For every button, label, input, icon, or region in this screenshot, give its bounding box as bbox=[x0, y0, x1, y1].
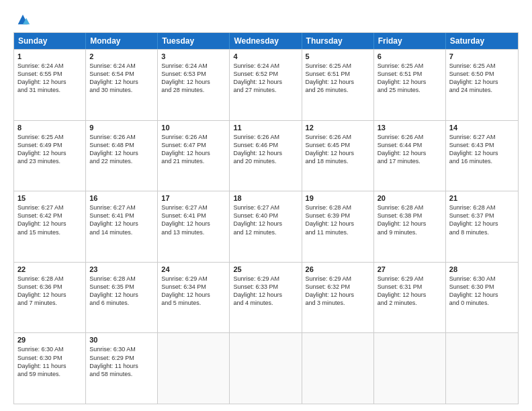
header-cell-monday: Monday bbox=[86, 33, 158, 49]
day-number: 2 bbox=[89, 52, 154, 60]
cal-day-23: 23Sunrise: 6:28 AM Sunset: 6:35 PM Dayli… bbox=[86, 263, 158, 333]
day-info: Sunrise: 6:28 AM Sunset: 6:37 PM Dayligh… bbox=[449, 203, 515, 236]
day-number: 16 bbox=[89, 194, 154, 202]
day-number: 29 bbox=[17, 336, 82, 344]
cal-day-7: 7Sunrise: 6:25 AM Sunset: 6:50 PM Daylig… bbox=[446, 50, 518, 120]
cal-day-19: 19Sunrise: 6:28 AM Sunset: 6:39 PM Dayli… bbox=[302, 191, 374, 262]
cal-day-6: 6Sunrise: 6:25 AM Sunset: 6:51 PM Daylig… bbox=[374, 50, 446, 120]
day-info: Sunrise: 6:28 AM Sunset: 6:38 PM Dayligh… bbox=[378, 203, 442, 236]
day-number: 7 bbox=[449, 52, 515, 60]
cal-empty bbox=[158, 333, 230, 404]
cal-week-3: 22Sunrise: 6:28 AM Sunset: 6:36 PM Dayli… bbox=[14, 262, 518, 333]
cal-day-5: 5Sunrise: 6:25 AM Sunset: 6:51 PM Daylig… bbox=[302, 50, 374, 120]
cal-day-26: 26Sunrise: 6:29 AM Sunset: 6:32 PM Dayli… bbox=[302, 263, 374, 333]
cal-day-14: 14Sunrise: 6:27 AM Sunset: 6:43 PM Dayli… bbox=[446, 121, 518, 191]
day-number: 20 bbox=[378, 194, 442, 202]
cal-day-15: 15Sunrise: 6:27 AM Sunset: 6:42 PM Dayli… bbox=[14, 191, 86, 262]
day-number: 15 bbox=[17, 194, 82, 202]
day-info: Sunrise: 6:28 AM Sunset: 6:35 PM Dayligh… bbox=[89, 275, 154, 308]
header-cell-saturday: Saturday bbox=[446, 33, 518, 49]
day-number: 24 bbox=[161, 265, 226, 273]
header-cell-wednesday: Wednesday bbox=[230, 33, 302, 49]
cal-day-22: 22Sunrise: 6:28 AM Sunset: 6:36 PM Dayli… bbox=[14, 263, 86, 333]
day-info: Sunrise: 6:25 AM Sunset: 6:49 PM Dayligh… bbox=[17, 133, 82, 166]
cal-day-4: 4Sunrise: 6:24 AM Sunset: 6:52 PM Daylig… bbox=[230, 50, 302, 120]
cal-day-2: 2Sunrise: 6:24 AM Sunset: 6:54 PM Daylig… bbox=[86, 50, 158, 120]
cal-day-3: 3Sunrise: 6:24 AM Sunset: 6:53 PM Daylig… bbox=[158, 50, 230, 120]
day-info: Sunrise: 6:29 AM Sunset: 6:31 PM Dayligh… bbox=[378, 275, 442, 308]
cal-day-16: 16Sunrise: 6:27 AM Sunset: 6:41 PM Dayli… bbox=[86, 191, 158, 262]
day-number: 26 bbox=[306, 265, 370, 273]
day-info: Sunrise: 6:27 AM Sunset: 6:42 PM Dayligh… bbox=[17, 203, 82, 236]
day-number: 30 bbox=[89, 336, 154, 344]
page-header bbox=[13, 12, 519, 27]
cal-day-10: 10Sunrise: 6:26 AM Sunset: 6:47 PM Dayli… bbox=[158, 121, 230, 191]
cal-day-27: 27Sunrise: 6:29 AM Sunset: 6:31 PM Dayli… bbox=[374, 263, 446, 333]
cal-empty bbox=[446, 333, 518, 404]
day-info: Sunrise: 6:27 AM Sunset: 6:40 PM Dayligh… bbox=[233, 203, 298, 236]
cal-day-11: 11Sunrise: 6:26 AM Sunset: 6:46 PM Dayli… bbox=[230, 121, 302, 191]
day-number: 22 bbox=[17, 265, 82, 273]
day-number: 1 bbox=[17, 52, 82, 60]
header-cell-thursday: Thursday bbox=[302, 33, 374, 49]
day-info: Sunrise: 6:26 AM Sunset: 6:45 PM Dayligh… bbox=[306, 133, 370, 166]
day-info: Sunrise: 6:28 AM Sunset: 6:36 PM Dayligh… bbox=[17, 275, 82, 308]
day-number: 13 bbox=[378, 124, 442, 132]
day-info: Sunrise: 6:26 AM Sunset: 6:48 PM Dayligh… bbox=[89, 133, 154, 166]
day-number: 8 bbox=[17, 124, 82, 132]
cal-day-1: 1Sunrise: 6:24 AM Sunset: 6:55 PM Daylig… bbox=[14, 50, 86, 120]
day-info: Sunrise: 6:27 AM Sunset: 6:41 PM Dayligh… bbox=[89, 203, 154, 236]
day-number: 18 bbox=[233, 194, 298, 202]
day-info: Sunrise: 6:26 AM Sunset: 6:44 PM Dayligh… bbox=[378, 133, 442, 166]
cal-day-18: 18Sunrise: 6:27 AM Sunset: 6:40 PM Dayli… bbox=[230, 191, 302, 262]
day-info: Sunrise: 6:29 AM Sunset: 6:34 PM Dayligh… bbox=[161, 275, 226, 308]
day-number: 27 bbox=[378, 265, 442, 273]
day-info: Sunrise: 6:29 AM Sunset: 6:33 PM Dayligh… bbox=[233, 275, 298, 308]
day-number: 4 bbox=[233, 52, 298, 60]
cal-day-30: 30Sunrise: 6:30 AM Sunset: 6:29 PM Dayli… bbox=[86, 333, 158, 404]
cal-day-21: 21Sunrise: 6:28 AM Sunset: 6:37 PM Dayli… bbox=[446, 191, 518, 262]
day-info: Sunrise: 6:25 AM Sunset: 6:51 PM Dayligh… bbox=[378, 62, 442, 95]
day-info: Sunrise: 6:25 AM Sunset: 6:51 PM Dayligh… bbox=[306, 62, 370, 95]
cal-empty bbox=[374, 333, 446, 404]
day-info: Sunrise: 6:24 AM Sunset: 6:52 PM Dayligh… bbox=[233, 62, 298, 95]
day-info: Sunrise: 6:30 AM Sunset: 6:30 PM Dayligh… bbox=[17, 345, 82, 378]
header-cell-tuesday: Tuesday bbox=[158, 33, 230, 49]
cal-day-25: 25Sunrise: 6:29 AM Sunset: 6:33 PM Dayli… bbox=[230, 263, 302, 333]
cal-day-17: 17Sunrise: 6:27 AM Sunset: 6:41 PM Dayli… bbox=[158, 191, 230, 262]
day-info: Sunrise: 6:24 AM Sunset: 6:54 PM Dayligh… bbox=[89, 62, 154, 95]
day-info: Sunrise: 6:26 AM Sunset: 6:46 PM Dayligh… bbox=[233, 133, 298, 166]
day-number: 6 bbox=[378, 52, 442, 60]
header-cell-friday: Friday bbox=[374, 33, 446, 49]
day-number: 3 bbox=[161, 52, 226, 60]
day-info: Sunrise: 6:27 AM Sunset: 6:43 PM Dayligh… bbox=[449, 133, 515, 166]
day-info: Sunrise: 6:30 AM Sunset: 6:29 PM Dayligh… bbox=[89, 345, 154, 378]
cal-day-9: 9Sunrise: 6:26 AM Sunset: 6:48 PM Daylig… bbox=[86, 121, 158, 191]
cal-day-20: 20Sunrise: 6:28 AM Sunset: 6:38 PM Dayli… bbox=[374, 191, 446, 262]
day-number: 21 bbox=[449, 194, 515, 202]
cal-day-29: 29Sunrise: 6:30 AM Sunset: 6:30 PM Dayli… bbox=[14, 333, 86, 404]
day-number: 10 bbox=[161, 124, 226, 132]
day-info: Sunrise: 6:28 AM Sunset: 6:39 PM Dayligh… bbox=[306, 203, 370, 236]
header-cell-sunday: Sunday bbox=[14, 33, 86, 49]
day-info: Sunrise: 6:27 AM Sunset: 6:41 PM Dayligh… bbox=[161, 203, 226, 236]
cal-empty bbox=[302, 333, 374, 404]
cal-week-2: 15Sunrise: 6:27 AM Sunset: 6:42 PM Dayli… bbox=[14, 191, 518, 262]
logo-icon bbox=[15, 12, 30, 27]
logo bbox=[13, 12, 30, 27]
cal-day-12: 12Sunrise: 6:26 AM Sunset: 6:45 PM Dayli… bbox=[302, 121, 374, 191]
day-number: 9 bbox=[89, 124, 154, 132]
day-number: 14 bbox=[449, 124, 515, 132]
cal-day-24: 24Sunrise: 6:29 AM Sunset: 6:34 PM Dayli… bbox=[158, 263, 230, 333]
cal-week-4: 29Sunrise: 6:30 AM Sunset: 6:30 PM Dayli… bbox=[14, 332, 518, 404]
day-number: 25 bbox=[233, 265, 298, 273]
cal-week-1: 8Sunrise: 6:25 AM Sunset: 6:49 PM Daylig… bbox=[14, 120, 518, 191]
cal-day-28: 28Sunrise: 6:30 AM Sunset: 6:30 PM Dayli… bbox=[446, 263, 518, 333]
day-number: 11 bbox=[233, 124, 298, 132]
day-info: Sunrise: 6:30 AM Sunset: 6:30 PM Dayligh… bbox=[449, 275, 515, 308]
day-info: Sunrise: 6:24 AM Sunset: 6:55 PM Dayligh… bbox=[17, 62, 82, 95]
day-info: Sunrise: 6:24 AM Sunset: 6:53 PM Dayligh… bbox=[161, 62, 226, 95]
day-number: 12 bbox=[306, 124, 370, 132]
day-number: 5 bbox=[306, 52, 370, 60]
day-info: Sunrise: 6:26 AM Sunset: 6:47 PM Dayligh… bbox=[161, 133, 226, 166]
